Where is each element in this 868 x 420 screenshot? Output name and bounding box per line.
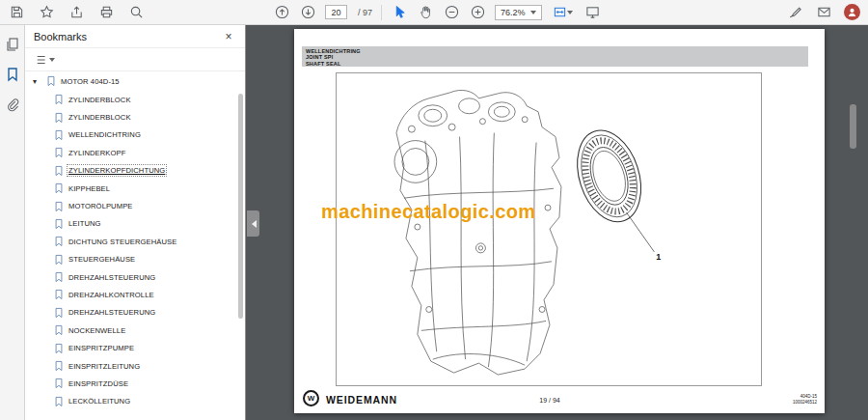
- bookmark-icon: [46, 75, 56, 87]
- bookmark-options-button[interactable]: [33, 51, 58, 69]
- bookmark-item[interactable]: MOTORÖLPUMPE: [25, 197, 237, 214]
- bookmark-icon: [54, 201, 64, 212]
- collapse-panel-button[interactable]: [247, 210, 259, 237]
- bookmark-label: MOTOR 404D-15: [61, 77, 120, 86]
- cursor-icon: [393, 5, 407, 19]
- bookmark-icon: [54, 360, 64, 372]
- bookmark-label: LEITUNG: [68, 219, 101, 228]
- previous-page-button[interactable]: [273, 4, 290, 21]
- page-title-en: SHAFT SEAL: [306, 61, 808, 67]
- pages-icon: [5, 37, 20, 52]
- top-toolbar: / 97 76.2%: [0, 0, 868, 25]
- bookmark-item[interactable]: DREHZAHLKONTROLLE: [25, 286, 237, 303]
- viewer-scrollbar-thumb[interactable]: [850, 104, 856, 149]
- account-avatar[interactable]: [844, 4, 860, 20]
- navigation-rail: [0, 25, 25, 420]
- star-button[interactable]: [38, 4, 55, 21]
- shaft-seal-ring: [566, 123, 652, 231]
- bookmark-item[interactable]: ZYLINDERKOPFDICHTUNG: [25, 162, 237, 180]
- bookmarks-panel-button[interactable]: [3, 65, 22, 84]
- print-button[interactable]: [97, 4, 115, 21]
- zoom-out-button[interactable]: [443, 4, 460, 21]
- options-list-icon: [36, 53, 49, 67]
- bookmark-label: EINSPRITZLEITUNG: [68, 362, 140, 371]
- page-number-input[interactable]: [325, 5, 347, 19]
- bookmark-item[interactable]: NOCKENWELLE: [25, 322, 237, 339]
- zoom-level-value: 76.2%: [501, 8, 526, 17]
- bookmark-item[interactable]: LEITUNG: [25, 215, 237, 233]
- bookmarks-panel-toolbar: [25, 48, 245, 71]
- bookmark-icon: [5, 67, 20, 82]
- page-total-label: / 97: [358, 8, 372, 17]
- bookmark-tree: ▾ MOTOR 404D-15 ZYLINDERBLOCKZYLINDERBLO…: [25, 71, 237, 420]
- bookmark-label: DREHZAHLKONTROLLE: [68, 291, 154, 299]
- bookmark-icon: [54, 271, 64, 283]
- fit-width-button[interactable]: [551, 4, 576, 21]
- pdf-viewer-window: / 97 76.2%: [0, 0, 868, 420]
- hand-tool-button[interactable]: [417, 4, 434, 21]
- bookmark-item[interactable]: EINSPRITZLEITUNG: [25, 357, 237, 375]
- bookmark-icon: [54, 182, 64, 194]
- technical-drawing-frame: 1: [336, 72, 762, 386]
- bookmark-icon: [54, 236, 64, 247]
- engine-block-drawing: 1: [337, 73, 761, 385]
- bookmark-icon: [54, 289, 64, 300]
- callout-number: 1: [656, 252, 661, 262]
- share-button[interactable]: [68, 4, 85, 21]
- chevron-left-icon: [248, 220, 257, 228]
- attachments-button[interactable]: [3, 95, 22, 114]
- person-icon: [846, 6, 858, 18]
- bookmark-item[interactable]: ZYLINDERKOPF: [25, 144, 237, 161]
- fit-width-icon: [553, 5, 567, 19]
- bookmark-item[interactable]: DICHTUNG STEUERGEHÄUSE: [25, 233, 237, 250]
- bookmark-item[interactable]: STEUERGEHÄUSE: [25, 251, 237, 268]
- bookmark-label: ZYLINDERBLOCK: [68, 96, 131, 104]
- bookmarks-panel-title: Bookmarks: [34, 31, 87, 42]
- presentation-mode-button[interactable]: [584, 4, 602, 21]
- zoom-in-button[interactable]: [469, 4, 486, 21]
- next-page-button[interactable]: [299, 4, 316, 21]
- bookmark-item[interactable]: ZYLINDERBLOCK: [25, 91, 237, 108]
- bookmark-icon: [54, 396, 64, 407]
- fill-sign-button[interactable]: [786, 4, 803, 21]
- watermark-text: machinecatalogic.com: [321, 201, 536, 223]
- bookmark-label: ZYLINDERKOPF: [68, 149, 125, 157]
- bookmark-label: MOTORÖLPUMPE: [68, 202, 132, 210]
- search-button[interactable]: [127, 4, 145, 21]
- zoom-level-dropdown[interactable]: 76.2%: [495, 5, 542, 20]
- bookmark-icon: [54, 378, 64, 389]
- bookmark-icon: [54, 254, 64, 266]
- bookmark-item[interactable]: ZYLINDERBLOCK: [25, 108, 237, 126]
- bookmark-item[interactable]: DREHZAHLSTEUERUNG: [25, 268, 237, 286]
- bookmark-item[interactable]: EINSPRITZPUMPE: [25, 339, 237, 356]
- bookmark-item[interactable]: DREHZAHLSTEUERUNG: [25, 304, 237, 322]
- bookmark-item[interactable]: KIPPHEBEL: [25, 180, 237, 197]
- email-button[interactable]: [815, 4, 832, 21]
- bookmark-item[interactable]: LECKÖLLEITUNG: [25, 393, 237, 410]
- close-panel-button[interactable]: ×: [221, 29, 236, 44]
- bookmark-label: WELLENDICHTRING: [68, 130, 141, 139]
- bookmark-item[interactable]: EINSPRITZDÜSE: [25, 375, 237, 392]
- bookmark-icon: [54, 343, 64, 354]
- save-icon: [10, 5, 24, 19]
- bookmark-label: EINSPRITZDÜSE: [68, 379, 128, 388]
- expander-icon[interactable]: ▾: [33, 77, 41, 86]
- document-page-number: 19 / 94: [294, 397, 805, 404]
- mail-icon: [817, 5, 831, 19]
- bookmark-icon: [54, 94, 64, 105]
- panel-scrollbar-thumb[interactable]: [238, 94, 243, 319]
- search-icon: [129, 5, 144, 19]
- bookmark-label: STEUERGEHÄUSE: [68, 255, 135, 264]
- monitor-icon: [585, 5, 600, 19]
- page-up-icon: [275, 5, 289, 19]
- bookmark-item[interactable]: WELLENDICHTRING: [25, 126, 237, 144]
- bookmark-icon: [54, 218, 64, 230]
- save-button[interactable]: [8, 4, 25, 21]
- chevron-down-icon: [567, 11, 573, 17]
- select-tool-button[interactable]: [391, 4, 408, 21]
- page-thumbnails-button[interactable]: [3, 35, 22, 54]
- callout-leader-line: [627, 212, 655, 252]
- bookmark-root-item[interactable]: ▾ MOTOR 404D-15: [25, 71, 237, 91]
- bookmarks-panel-header: Bookmarks ×: [25, 25, 245, 48]
- toolbar-divider: [381, 5, 382, 20]
